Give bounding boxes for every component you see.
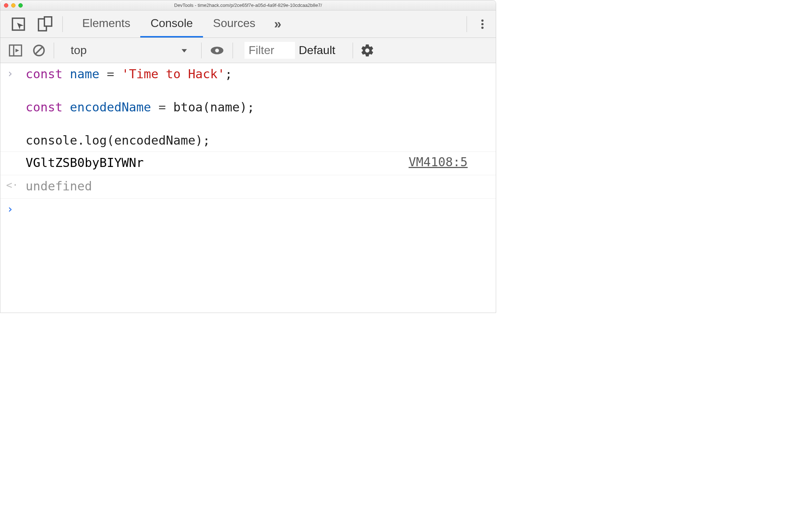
traffic-lights bbox=[0, 3, 23, 8]
minimize-window-button[interactable] bbox=[11, 3, 16, 8]
prompt-chevron-icon: › bbox=[7, 202, 26, 215]
svg-point-11 bbox=[215, 48, 219, 52]
dropdown-triangle-icon bbox=[180, 47, 188, 54]
tab-elements[interactable]: Elements bbox=[72, 10, 140, 37]
svg-rect-2 bbox=[44, 17, 52, 26]
toggle-sidebar-icon[interactable] bbox=[8, 43, 23, 58]
console-input-row[interactable]: › const name = 'Time to Hack'; const enc… bbox=[0, 63, 496, 152]
kebab-menu-icon[interactable] bbox=[476, 16, 489, 32]
close-window-button[interactable] bbox=[4, 3, 8, 8]
device-toggle-icon[interactable] bbox=[37, 16, 53, 32]
more-tabs-button[interactable]: » bbox=[265, 10, 290, 37]
return-value: undefined bbox=[26, 178, 489, 195]
source-link[interactable]: VM4108:5 bbox=[409, 155, 468, 171]
inspect-element-icon[interactable] bbox=[10, 16, 26, 32]
panel-tabs: Elements Console Sources » bbox=[72, 10, 290, 37]
console-toolbar-divider-3 bbox=[233, 43, 233, 58]
svg-point-3 bbox=[481, 19, 484, 21]
console-input-code: const name = 'Time to Hack'; const encod… bbox=[26, 66, 489, 149]
settings-gear-icon[interactable] bbox=[360, 43, 375, 58]
console-toolbar-divider bbox=[54, 43, 54, 58]
maximize-window-button[interactable] bbox=[18, 3, 23, 8]
toolbar-left-icons bbox=[10, 16, 53, 32]
toolbar-divider bbox=[62, 16, 63, 32]
console-toolbar: top Default bbox=[0, 38, 496, 63]
console-return-row: <· undefined bbox=[0, 175, 496, 199]
console-log-value: VGltZSB0byBIYWNr bbox=[26, 155, 144, 171]
context-label: top bbox=[71, 44, 87, 57]
console-empty-input[interactable] bbox=[26, 202, 489, 215]
log-levels-selector[interactable]: Default bbox=[299, 44, 345, 57]
tab-console[interactable]: Console bbox=[140, 10, 203, 37]
return-arrow-icon: <· bbox=[6, 178, 26, 195]
toolbar-divider-right bbox=[467, 16, 467, 32]
svg-line-9 bbox=[36, 47, 43, 54]
main-toolbar: Elements Console Sources » bbox=[0, 10, 496, 38]
svg-point-5 bbox=[481, 26, 484, 28]
svg-point-4 bbox=[481, 23, 484, 25]
console-toolbar-divider-4 bbox=[353, 43, 353, 58]
live-expression-icon[interactable] bbox=[209, 43, 225, 58]
tab-sources[interactable]: Sources bbox=[203, 10, 265, 37]
clear-console-icon[interactable] bbox=[32, 44, 46, 57]
window-title: DevTools - time2hack.com/p/2ce65f7e-a05d… bbox=[174, 3, 322, 8]
filter-input[interactable] bbox=[244, 42, 295, 59]
console-log-output-row: VGltZSB0byBIYWNr VM4108:5 bbox=[0, 152, 496, 175]
execution-context-selector[interactable]: top bbox=[66, 41, 193, 59]
console-prompt-row[interactable]: › bbox=[0, 199, 496, 218]
input-prompt-icon: › bbox=[7, 66, 26, 149]
console-toolbar-divider-2 bbox=[201, 43, 202, 58]
console-body: › const name = 'Time to Hack'; const enc… bbox=[0, 63, 496, 218]
output-gutter bbox=[7, 155, 26, 171]
titlebar: DevTools - time2hack.com/p/2ce65f7e-a05d… bbox=[0, 0, 496, 10]
